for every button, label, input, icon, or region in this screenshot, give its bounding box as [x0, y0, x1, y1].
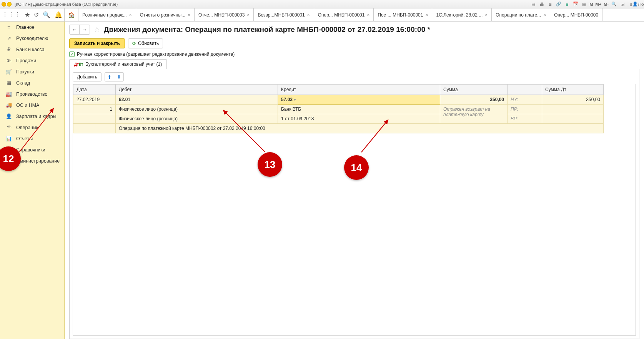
cell-vr-label: ВР: [508, 114, 542, 124]
forward-button[interactable]: → [80, 25, 90, 34]
main-toolbar: ⋮⋮⋮ ★ ↺ 🔍 🔔 🏠 Розничные продаж...× Отчет… [0, 8, 644, 22]
sidebar-item-sales[interactable]: 🛍Продажи [0, 55, 64, 66]
apps-icon[interactable]: ⋮⋮⋮ [2, 11, 20, 18]
sidebar-item-payroll[interactable]: 👤Зарплата и кадры [0, 111, 64, 122]
close-icon[interactable]: × [543, 12, 546, 18]
col-credit[interactable]: Кредит [278, 85, 440, 95]
tab-item[interactable]: Пост... МНБП-000001× [374, 8, 432, 21]
refresh-button[interactable]: ⟳Обновить [128, 38, 163, 48]
cell-debit-doc[interactable]: Операция по платежной карте МНБП-000002 … [116, 124, 604, 133]
link-icon[interactable]: 🔗 [556, 1, 562, 7]
cell-pr-label: ПР: [508, 105, 542, 114]
memory-mminus[interactable]: M- [604, 2, 609, 7]
cell-sum-dt[interactable]: 350,00 [542, 95, 604, 105]
grid-row[interactable]: Физическое лицо (розница) 1 от 01.09.201… [73, 114, 604, 124]
close-icon[interactable]: × [129, 12, 132, 18]
save-close-button[interactable]: Записать и закрыть [69, 38, 125, 48]
sidebar-item-reports[interactable]: 📊Отчеты [0, 133, 64, 144]
boxes-icon: ▦ [5, 80, 12, 86]
col-sum-dt[interactable]: Сумма Дт [542, 85, 604, 95]
grid-row[interactable]: Операция по платежной карте МНБП-000002 … [73, 124, 604, 133]
tab-bar: 🏠 Розничные продаж...× Отчеты о розничны… [65, 8, 644, 21]
close-icon[interactable]: × [247, 12, 250, 18]
close-icon[interactable]: × [485, 12, 488, 18]
cell-debit-sub1[interactable]: Физическое лицо (розница) [116, 105, 278, 114]
content-area: ← → ☆ Движения документа: Операция по пл… [65, 22, 644, 339]
tab-item[interactable]: Операции по плате...× [492, 8, 550, 21]
print-icon[interactable]: 🖶 [539, 1, 545, 7]
tab-item[interactable]: Опер... МНБП-00000 [550, 8, 602, 21]
bell-icon[interactable]: 🔔 [55, 11, 62, 18]
grid-icon[interactable]: ▦ [581, 1, 587, 7]
cell-empty [73, 124, 116, 133]
calendar-icon[interactable]: 📅 [572, 1, 579, 7]
tab-item[interactable]: Возвр...МНБП-000001× [254, 8, 314, 21]
star-icon[interactable]: ★ [25, 11, 30, 18]
col-date[interactable]: Дата [73, 85, 116, 95]
bars-icon: 📊 [5, 136, 12, 141]
close-icon[interactable]: × [188, 12, 190, 18]
tab-item[interactable]: Отчеты о розничны...× [136, 8, 195, 21]
cell-sum-desc: Отражен возврат на платежную карту [440, 105, 508, 124]
grid-row[interactable]: 1 Физическое лицо (розница) Банк ВТБ Отр… [73, 105, 604, 114]
sidebar-item-manager[interactable]: ↗Руководителю [0, 33, 64, 44]
cell-debit-acc[interactable]: 62.01 [116, 95, 278, 105]
cell-nu-label: НУ: [508, 95, 542, 105]
factory-icon: 🏭 [5, 91, 12, 97]
tab-item[interactable]: 1С:Лекторий. 28.02....× [432, 8, 492, 21]
sidebar-item-bank[interactable]: ₽Банк и касса [0, 44, 64, 55]
window-control-icon[interactable] [2, 2, 6, 7]
cell-credit-acc[interactable]: 57.03 ▾ [278, 95, 440, 105]
chart-icon: ↗ [5, 35, 12, 41]
back-button[interactable]: ← [70, 25, 80, 34]
calculator-icon[interactable]: 🖩 [564, 1, 570, 7]
accounting-grid[interactable]: Дата Дебет Кредит Сумма Сумма Дт 27.02.2… [73, 84, 636, 336]
zoom-icon[interactable]: 🔍 [611, 1, 617, 7]
sidebar-item-main[interactable]: ≡Главное [0, 22, 64, 33]
add-button[interactable]: Добавить [73, 72, 102, 81]
annotation-14: 14 [344, 155, 369, 180]
tab-item[interactable]: Опер... МНБП-000001× [314, 8, 374, 21]
sidebar-item-assets[interactable]: 🚚ОС и НМА [0, 100, 64, 111]
sidebar-item-warehouse[interactable]: ▦Склад [0, 77, 64, 88]
cell-debit-sub2[interactable]: Физическое лицо (розница) [116, 114, 278, 124]
cell-date[interactable]: 27.02.2019 [73, 95, 116, 105]
dtkt-icon: ᴬᴷ [5, 125, 12, 130]
move-down-button[interactable]: ⬇ [114, 73, 123, 81]
sidebar-item-operations[interactable]: ᴬᴷОперации [0, 122, 64, 133]
tab-item[interactable]: Отче... МНБП-000003× [195, 8, 254, 21]
tool-icon[interactable]: ▤ [530, 1, 536, 7]
tab-accounting[interactable]: ДтКт Бухгалтерский и налоговый учет (1) [69, 59, 167, 69]
window-titlebar: [КОПИЯ] Демонстрационная база (1С:Предпр… [0, 0, 644, 8]
sidebar: ≡Главное ↗Руководителю ₽Банк и касса 🛍Пр… [0, 22, 65, 339]
close-icon[interactable]: × [367, 12, 369, 18]
manual-edit-checkbox[interactable]: ✓ [69, 52, 75, 57]
move-up-button[interactable]: ⬆ [105, 73, 114, 81]
col-type[interactable] [508, 85, 542, 95]
cell-credit-sub2[interactable]: 1 от 01.09.2018 [278, 114, 440, 124]
document-icon[interactable]: 🗎 [547, 1, 553, 7]
grid-row[interactable]: 27.02.2019 62.01 57.03 ▾ 350,00 НУ: 350,… [73, 95, 604, 105]
sidebar-item-production[interactable]: 🏭Производство [0, 88, 64, 100]
dtkt-icon: ДтКт [74, 62, 83, 66]
cell-sum[interactable]: 350,00 [440, 95, 508, 105]
search-icon[interactable]: 🔍 [43, 11, 50, 18]
col-sum[interactable]: Сумма [440, 85, 508, 95]
user-icon[interactable]: 👤 Люб [636, 1, 642, 7]
cell-credit-sub1[interactable]: Банк ВТБ [278, 105, 440, 114]
favorite-icon[interactable]: ☆ [94, 25, 100, 34]
close-icon[interactable]: × [307, 12, 310, 18]
tab-home[interactable]: 🏠 [65, 8, 78, 21]
tab-item[interactable]: Розничные продаж...× [78, 8, 136, 21]
sidebar-item-purchases[interactable]: 🛒Покупки [0, 66, 64, 77]
memory-m[interactable]: M [589, 2, 593, 7]
window-control-icon[interactable] [7, 2, 12, 7]
history-icon[interactable]: ↺ [34, 11, 39, 18]
close-icon[interactable]: × [425, 12, 428, 18]
cell-empty [73, 114, 116, 124]
memory-mplus[interactable]: M+ [596, 2, 602, 7]
menu-icon: ≡ [5, 24, 12, 30]
window-icon[interactable]: ◲ [619, 1, 626, 7]
col-debit[interactable]: Дебет [116, 85, 278, 95]
page-title: Движения документа: Операция по платежно… [104, 25, 430, 34]
